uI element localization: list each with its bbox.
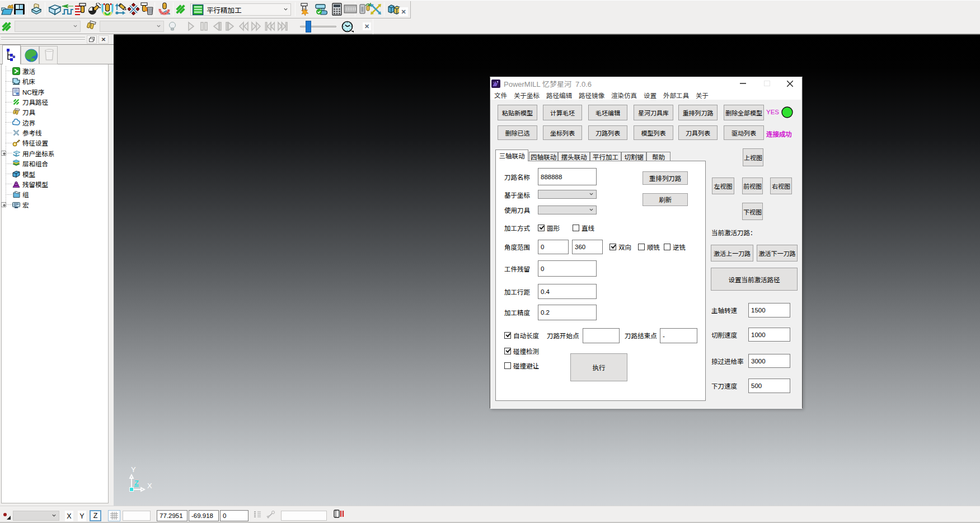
svg-text:X: X xyxy=(147,482,152,490)
svg-text:Z: Z xyxy=(134,479,139,487)
svg-text:Y: Y xyxy=(131,466,136,474)
